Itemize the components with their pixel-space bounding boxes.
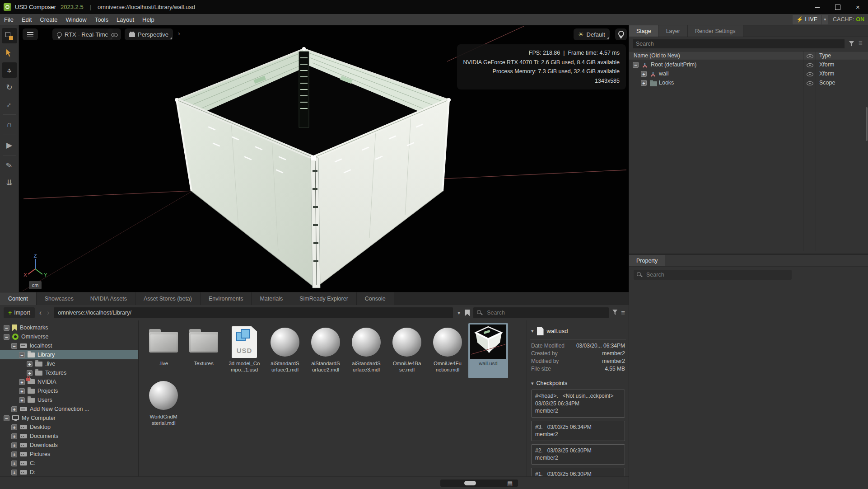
tab-stage[interactable]: Stage bbox=[629, 25, 659, 37]
tree-grid-divider[interactable] bbox=[138, 320, 139, 477]
toolbar-expand-arrow[interactable]: › bbox=[178, 30, 180, 37]
visibility-eye-icon[interactable] bbox=[807, 80, 813, 86]
tree-item-nvidia[interactable]: + NVIDIA bbox=[0, 377, 138, 386]
tab-nvidia-assets[interactable]: NVIDIA Assets bbox=[82, 292, 135, 305]
rotate-tool-button[interactable]: ↻ bbox=[2, 80, 17, 95]
collapse-toggle[interactable]: − bbox=[19, 352, 25, 358]
tree-item-add-connection[interactable]: + Add New Connection ... bbox=[0, 404, 138, 414]
stage-filter-button[interactable] bbox=[849, 40, 854, 48]
slider-handle[interactable] bbox=[464, 481, 476, 485]
menu-tools[interactable]: Tools bbox=[91, 16, 112, 23]
physics-drop-button[interactable]: ⇊ bbox=[2, 175, 17, 190]
tree-item-c-drive[interactable]: + C: bbox=[0, 459, 138, 468]
file-item-3d-model[interactable]: USD 3d-model_Compo...1.usd bbox=[224, 324, 264, 373]
content-search[interactable] bbox=[473, 307, 609, 318]
stage-row-looks[interactable]: + Looks Scope bbox=[629, 79, 868, 88]
location-button[interactable] bbox=[615, 28, 627, 40]
collapse-toggle[interactable]: − bbox=[4, 325, 9, 331]
file-item-textures[interactable]: Textures bbox=[184, 324, 224, 367]
file-item-wall-usd-selected[interactable]: wall.usd bbox=[468, 323, 508, 378]
tree-item-textures[interactable]: + Textures bbox=[0, 368, 138, 377]
tree-item-library[interactable]: − Library bbox=[0, 350, 138, 359]
bookmark-icon[interactable] bbox=[465, 310, 470, 316]
viewport-3d[interactable]: RTX - Real-Time Perspective › ☀ Default … bbox=[19, 25, 629, 292]
tree-item-live[interactable]: + .live bbox=[0, 359, 138, 368]
forward-button[interactable]: › bbox=[46, 309, 50, 317]
file-item-live[interactable]: .live bbox=[144, 324, 183, 367]
renderer-selector[interactable]: RTX - Real-Time bbox=[52, 28, 113, 40]
tab-asset-stores[interactable]: Asset Stores (beta) bbox=[135, 292, 201, 305]
stage-scrollbar-thumb[interactable] bbox=[866, 107, 868, 141]
expand-toggle[interactable]: + bbox=[641, 80, 647, 86]
tree-item-projects[interactable]: + Projects bbox=[0, 386, 138, 395]
menu-create[interactable]: Create bbox=[36, 16, 61, 23]
tree-item-pictures[interactable]: + Pictures bbox=[0, 450, 138, 459]
expand-toggle[interactable]: + bbox=[641, 71, 647, 77]
expand-toggle[interactable]: + bbox=[19, 379, 25, 385]
expand-toggle[interactable]: + bbox=[11, 470, 17, 475]
property-search-input[interactable] bbox=[645, 271, 789, 278]
tab-console[interactable]: Console bbox=[357, 292, 394, 305]
menu-layout[interactable]: Layout bbox=[112, 16, 138, 23]
checkpoints-header[interactable]: ▾ Checkpoints bbox=[531, 380, 627, 386]
tree-item-localhost[interactable]: − localhost bbox=[0, 341, 138, 350]
path-field[interactable] bbox=[54, 307, 453, 318]
expand-toggle[interactable]: + bbox=[11, 461, 17, 466]
file-item-aistandardsurface2[interactable]: aiStandardSurface2.mdl bbox=[306, 324, 345, 373]
tree-item-users[interactable]: + Users bbox=[0, 395, 138, 404]
icon-size-slider[interactable]: ▤ bbox=[440, 480, 518, 487]
expand-toggle[interactable]: + bbox=[27, 370, 33, 376]
content-search-input[interactable] bbox=[486, 309, 605, 316]
minimize-button[interactable] bbox=[807, 0, 827, 14]
grid-view-toggle-icon[interactable]: ▤ bbox=[507, 480, 513, 487]
back-button[interactable]: ‹ bbox=[38, 309, 42, 317]
tree-item-documents[interactable]: + Documents bbox=[0, 432, 138, 441]
checkpoint-2[interactable]: #2. 03/03/25 06:30PM member2 bbox=[531, 444, 625, 465]
file-item-aistandardsurface3[interactable]: aiStandardSurface3.mdl bbox=[346, 324, 386, 373]
visibility-menu-button[interactable] bbox=[107, 28, 121, 40]
tree-item-my-computer[interactable]: − My Computer bbox=[0, 414, 138, 423]
file-item-worldgridmaterial[interactable]: WorldGridMaterial.mdl bbox=[144, 377, 183, 426]
tree-item-bookmarks[interactable]: − Bookmarks bbox=[0, 323, 138, 332]
viewport-settings-button[interactable] bbox=[23, 28, 38, 40]
visibility-eye-icon[interactable] bbox=[807, 62, 813, 68]
collapse-caret-icon[interactable]: ▾ bbox=[531, 328, 534, 334]
expand-toggle[interactable]: + bbox=[19, 388, 25, 394]
import-button[interactable]: + Import bbox=[4, 307, 35, 318]
file-item-omniue4base[interactable]: OmniUe4Base.mdl bbox=[387, 324, 427, 373]
prim-select-mode-button[interactable] bbox=[2, 28, 17, 43]
move-tool-button[interactable]: ↔ ↕ bbox=[2, 62, 17, 78]
maximize-button[interactable] bbox=[827, 0, 848, 14]
content-filter-button[interactable] bbox=[612, 309, 617, 317]
content-options-button[interactable]: ≡ bbox=[621, 310, 625, 315]
expand-toggle[interactable]: + bbox=[11, 442, 17, 448]
tab-render-settings[interactable]: Render Settings bbox=[688, 25, 743, 37]
snap-tool-button[interactable]: ∩ bbox=[2, 117, 17, 132]
expand-toggle[interactable]: + bbox=[11, 406, 17, 412]
expand-toggle[interactable]: + bbox=[11, 433, 17, 439]
tab-environments[interactable]: Environments bbox=[201, 292, 252, 305]
close-button[interactable]: × bbox=[848, 0, 868, 14]
stage-search-input[interactable] bbox=[633, 39, 845, 48]
tab-simready-explorer[interactable]: SimReady Explorer bbox=[291, 292, 357, 305]
property-search[interactable] bbox=[634, 270, 792, 280]
collapse-toggle[interactable]: − bbox=[4, 334, 9, 340]
type-column-header[interactable]: Type bbox=[819, 52, 831, 59]
collapse-toggle[interactable]: − bbox=[633, 62, 639, 68]
tab-materials[interactable]: Materials bbox=[252, 292, 291, 305]
tree-item-omniverse[interactable]: − Omniverse bbox=[0, 332, 138, 341]
menu-window[interactable]: Window bbox=[61, 16, 90, 23]
tree-item-d-drive[interactable]: + D: bbox=[0, 468, 138, 477]
lighting-selector[interactable]: ☀ Default bbox=[574, 28, 610, 40]
file-item-aistandardsurface1[interactable]: aiStandardSurface1.mdl bbox=[265, 324, 305, 373]
stage-options-button[interactable]: ≡ bbox=[859, 40, 863, 46]
paint-tool-button[interactable]: ✎ bbox=[2, 158, 17, 173]
scale-tool-button[interactable]: ↕ bbox=[2, 97, 17, 112]
select-tool-button[interactable] bbox=[2, 45, 17, 61]
tab-property[interactable]: Property bbox=[629, 255, 665, 266]
tab-content[interactable]: Content bbox=[0, 292, 37, 305]
expand-toggle[interactable]: + bbox=[27, 361, 33, 367]
details-title-row[interactable]: ▾ wall.usd bbox=[531, 327, 627, 335]
play-button[interactable]: ▶ bbox=[2, 137, 17, 153]
expand-toggle[interactable]: + bbox=[11, 424, 17, 430]
